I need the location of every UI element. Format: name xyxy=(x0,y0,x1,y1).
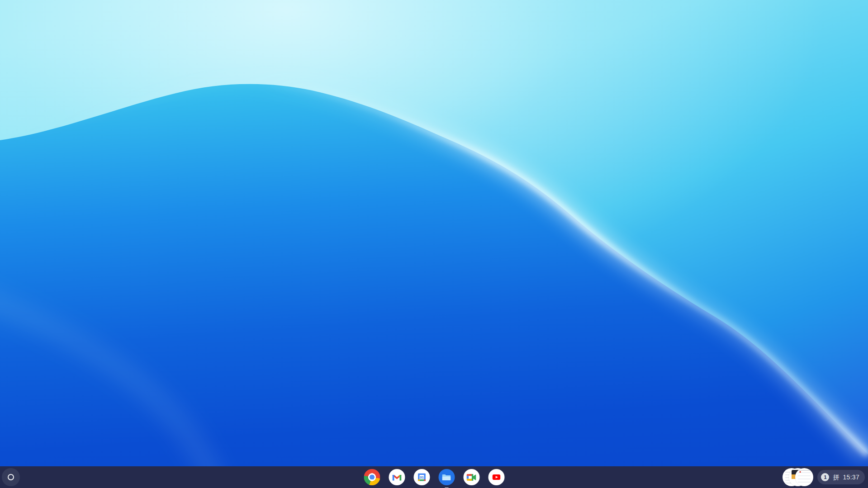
meet-icon xyxy=(467,474,476,481)
shelf-app-calendar[interactable]: 31 xyxy=(413,469,430,485)
shelf-right-area: 1 拼 15:37 xyxy=(783,468,868,486)
ime-indicator: 拼 xyxy=(833,474,839,480)
launcher-button[interactable] xyxy=(2,468,20,486)
files-icon xyxy=(442,474,451,481)
chromeos-desktop: 31 xyxy=(0,0,868,488)
shelf-app-youtube[interactable] xyxy=(488,469,504,485)
chrome-icon xyxy=(364,469,380,485)
shelf-app-meet[interactable] xyxy=(463,469,479,485)
tote-thumbnail-3 xyxy=(795,468,813,486)
shelf: 31 xyxy=(0,466,868,488)
wallpaper xyxy=(0,0,868,488)
shelf-app-files[interactable] xyxy=(438,469,455,485)
calendar-icon: 31 xyxy=(417,473,426,482)
shelf-apps: 31 xyxy=(364,466,504,488)
shelf-app-chrome[interactable] xyxy=(364,469,380,485)
status-tray[interactable]: 1 拼 15:37 xyxy=(817,470,865,484)
holding-space-tray[interactable] xyxy=(783,468,813,486)
notification-counter: 1 xyxy=(821,473,829,481)
shelf-app-gmail[interactable] xyxy=(389,469,405,485)
svg-text:31: 31 xyxy=(420,475,424,479)
youtube-icon xyxy=(491,472,501,482)
launcher-icon xyxy=(8,474,14,480)
clock: 15:37 xyxy=(843,474,859,480)
gmail-icon xyxy=(392,474,401,481)
